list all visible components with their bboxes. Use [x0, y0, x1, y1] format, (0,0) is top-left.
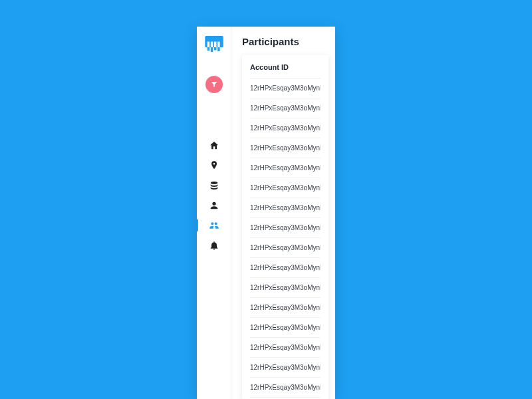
svg-rect-5	[207, 47, 209, 51]
column-header-account-id[interactable]: Account ID	[250, 63, 321, 78]
map-pin-icon	[209, 160, 219, 171]
svg-rect-2	[210, 42, 212, 48]
avatar[interactable]	[205, 76, 223, 93]
svg-rect-3	[214, 42, 216, 48]
table-row[interactable]: 12rHPxEsqay3M3oMynENzy3	[250, 238, 321, 258]
table-row[interactable]: 12rHPxEsqay3M3oMynENzy3	[250, 318, 321, 338]
table-row[interactable]: 12rHPxEsqay3M3oMynENzy3	[250, 358, 321, 378]
page-title: Participants	[242, 36, 329, 47]
sidebar-item-user[interactable]	[197, 196, 231, 215]
main-content: Participants Account ID 12rHPxEsqay3M3oM…	[231, 27, 335, 399]
table-row[interactable]: 12rHPxEsqay3M3oMynENzy3	[250, 338, 321, 358]
svg-rect-1	[207, 42, 209, 48]
svg-rect-8	[217, 47, 219, 51]
users-icon	[209, 220, 219, 231]
svg-rect-6	[210, 47, 212, 52]
table-row[interactable]: 12rHPxEsqay3M3oMynENzy3	[250, 198, 321, 218]
sidebar-item-notifications[interactable]	[197, 235, 231, 255]
table-row[interactable]: 12rHPxEsqay3M3oMynENzy3	[250, 158, 321, 178]
table-row[interactable]: 12rHPxEsqay3M3oMynENzy3	[250, 258, 321, 278]
table-row[interactable]: 12rHPxEsqay3M3oMynENzy3	[250, 138, 321, 158]
app-frame: Participants Account ID 12rHPxEsqay3M3oM…	[197, 27, 335, 399]
app-logo	[205, 36, 223, 52]
database-icon	[209, 180, 219, 191]
table-row[interactable]: 12rHPxEsqay3M3oMynENzy3	[250, 98, 321, 118]
participants-card: Account ID 12rHPxEsqay3M3oMynENzy312rHPx…	[242, 55, 329, 399]
table-row[interactable]: 12rHPxEsqay3M3oMynENzy3	[250, 278, 321, 298]
sidebar-nav	[197, 136, 231, 255]
table-row[interactable]: 12rHPxEsqay3M3oMynENzy3	[250, 78, 321, 98]
filter-icon	[210, 80, 218, 88]
sidebar-item-participants[interactable]	[197, 215, 231, 235]
table-row[interactable]: 12rHPxEsqay3M3oMynENzy3	[250, 118, 321, 138]
sidebar	[197, 27, 231, 399]
sidebar-item-location[interactable]	[197, 156, 231, 176]
bell-icon	[209, 240, 219, 251]
table-row[interactable]: 12rHPxEsqay3M3oMynENzy3	[250, 378, 321, 398]
svg-rect-4	[217, 42, 219, 48]
sidebar-item-home[interactable]	[197, 136, 231, 156]
table-row[interactable]: 12rHPxEsqay3M3oMynENzy3	[250, 298, 321, 318]
participants-table: Account ID 12rHPxEsqay3M3oMynENzy312rHPx…	[242, 55, 329, 398]
sidebar-item-database[interactable]	[197, 176, 231, 196]
home-icon	[209, 140, 219, 151]
table-row[interactable]: 12rHPxEsqay3M3oMynENzy3	[250, 218, 321, 238]
user-icon	[209, 200, 219, 211]
svg-rect-7	[214, 47, 216, 50]
table-row[interactable]: 12rHPxEsqay3M3oMynENzy3	[250, 178, 321, 198]
